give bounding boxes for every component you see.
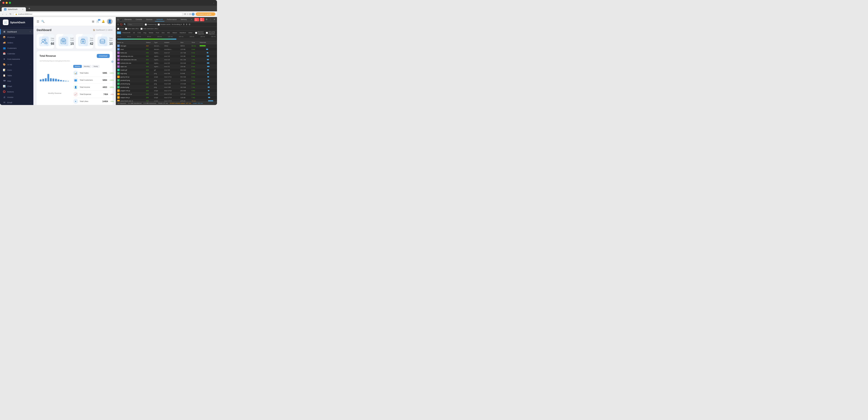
forward-button[interactable]: › bbox=[5, 12, 8, 16]
export-icon[interactable]: ⬇ bbox=[186, 23, 187, 26]
table-row[interactable]: Cfonts.css 200 styles... mvc/:17 10.7 kB… bbox=[116, 51, 217, 55]
devtools-device-icon[interactable]: 📱 bbox=[120, 19, 122, 21]
cart-icon[interactable]: 🛒 8 bbox=[96, 20, 100, 23]
col-header-initiator[interactable]: Initiator bbox=[164, 41, 180, 44]
table-row[interactable]: DdoLogin 302 docum... Other 386 B 93 ms bbox=[116, 44, 217, 48]
devtools-tab-performance[interactable]: Performance bbox=[165, 18, 178, 22]
extension-icon[interactable]: ⊡ bbox=[189, 13, 191, 15]
sidebar-item-products[interactable]: 📦 Products bbox=[0, 34, 33, 40]
sidebar-item-email[interactable]: ✉ Email › bbox=[0, 100, 33, 105]
devtools-filter-icon[interactable]: 🔍 bbox=[124, 23, 126, 26]
table-row[interactable]: Jjquery.min.js 200 script mvc/:1711 90.0… bbox=[116, 75, 217, 79]
sliders-icon[interactable]: ⊞ bbox=[92, 20, 94, 23]
filter-media[interactable]: Media bbox=[148, 31, 154, 34]
sidebar-item-table[interactable]: 📋 Table bbox=[0, 73, 33, 78]
table-row[interactable]: Cicofont.min.css 200 styles... mvc/:20 9… bbox=[116, 61, 217, 65]
filter-css[interactable]: CSS bbox=[136, 31, 142, 34]
table-row[interactable]: Cfont-awesome.min.css 200 styles... mvc/… bbox=[116, 58, 217, 61]
table-row[interactable]: Cstyle.css 200 styles... mvc/:21 150 kB … bbox=[116, 65, 217, 68]
filter-ws[interactable]: WS bbox=[166, 31, 171, 34]
reload-button[interactable]: ↻ bbox=[9, 12, 12, 16]
table-row[interactable]: Iproduct3.png 200 png mvc/:146 17.8 kB 3… bbox=[116, 82, 217, 86]
sidebar-item-chart[interactable]: 📊 Chart bbox=[0, 84, 33, 89]
col-header-time[interactable]: Time bbox=[191, 41, 199, 44]
hide-data-urls-checkbox[interactable]: Hide data URLs bbox=[125, 28, 139, 30]
devtools-settings-icon[interactable]: ⚙ bbox=[205, 18, 208, 21]
table-row[interactable]: Ilogo.png 200 png mvc/:38 5.8 kB 4 ms bbox=[116, 72, 217, 75]
devtools-tab-console[interactable]: Console bbox=[134, 18, 144, 22]
hamburger-menu-icon[interactable]: ☰ bbox=[37, 20, 39, 23]
sidebar-item-form[interactable]: 📝 Form › bbox=[0, 67, 33, 73]
col-header-type[interactable]: Type bbox=[154, 41, 164, 44]
search-icon[interactable]: 🔍 bbox=[41, 20, 44, 23]
table-row[interactable]: Jswiper.min.js 200 script mvc/:1714 128 … bbox=[116, 96, 217, 99]
table-row[interactable]: Jpopper.min.js 200 script mvc/:1712 20.9… bbox=[116, 89, 217, 92]
preserve-log-checkbox[interactable]: Preserve log bbox=[145, 24, 156, 26]
filter-wasm[interactable]: Wasm bbox=[171, 31, 178, 34]
maximize-button[interactable] bbox=[9, 2, 11, 4]
filter-font[interactable]: Font bbox=[155, 31, 160, 34]
devtools-tab-more[interactable]: » bbox=[189, 18, 193, 22]
sidebar-item-calendar[interactable]: 📅 Calendar bbox=[0, 51, 33, 56]
filter-fetch-xhr[interactable]: Fetch/XHR bbox=[121, 31, 131, 34]
sidebar-item-ui-kit[interactable]: 🎨 UI Kit › bbox=[0, 62, 33, 67]
blocked-requests-checkbox[interactable]: Blocked requests bbox=[195, 31, 205, 35]
import-icon[interactable]: ⬆ bbox=[183, 23, 185, 26]
hide-extension-urls-checkbox[interactable]: Hide extension URLs bbox=[141, 28, 158, 30]
devtools-inspect-icon[interactable]: ⊡ bbox=[117, 19, 119, 21]
table-row[interactable]: Iproduct.png 200 png mvc/:180 18.3 kB 7 … bbox=[116, 86, 217, 89]
table-row[interactable]: Gloader.gif 200 gif mvc/:28 64.0 kB 6 ms bbox=[116, 68, 217, 72]
new-tab-button[interactable]: + bbox=[27, 6, 32, 10]
minimize-button[interactable] bbox=[6, 2, 8, 4]
table-row[interactable]: Japexcharts.min.js 200 script mvc/:1715 … bbox=[116, 99, 217, 101]
sidebar-item-orders[interactable]: 🚚 Orders bbox=[0, 40, 33, 46]
table-row[interactable]: Dmvc/ 200 docum... mvc/doLo... 123 kB 3 … bbox=[116, 48, 217, 51]
devtools-tab-sources[interactable]: Sources bbox=[145, 18, 154, 22]
sidebar-item-dashboard[interactable]: ⊞ Dashboard ▾ bbox=[0, 29, 33, 34]
devtools-clear-icon[interactable]: 🚫 bbox=[120, 23, 122, 26]
sidebar-item-map[interactable]: 🗺 Map › bbox=[0, 78, 33, 84]
url-input[interactable]: 🔒 localhost:8080/mvc/ bbox=[13, 12, 183, 16]
weekly-tab[interactable]: Weekly bbox=[73, 65, 82, 68]
user-profile-icon[interactable]: T bbox=[192, 13, 194, 16]
devtools-tab-elements[interactable]: Elements bbox=[123, 18, 133, 22]
col-header-name[interactable]: Name ▲ bbox=[117, 41, 146, 44]
devtools-close-icon[interactable]: ✕ bbox=[213, 18, 216, 21]
yearly-tab[interactable]: Yearly bbox=[92, 65, 100, 68]
filter-all[interactable]: All bbox=[117, 31, 121, 34]
devtools-more-icon[interactable]: ⋮ bbox=[209, 18, 212, 21]
filter-doc[interactable]: Doc bbox=[160, 31, 166, 34]
disable-cache-checkbox[interactable]: Disable cache bbox=[158, 24, 170, 26]
notification-icon[interactable]: 🔔 bbox=[102, 20, 105, 23]
col-header-size[interactable]: Size bbox=[180, 41, 191, 44]
table-row[interactable]: Cbootstrap.min.css 200 styles... mvc/:18… bbox=[116, 55, 217, 58]
third-party-checkbox[interactable]: 3rd-party requests bbox=[206, 31, 216, 35]
bookmark-icon[interactable]: ☆ bbox=[187, 13, 188, 15]
filter-img[interactable]: Img bbox=[142, 31, 147, 34]
filter-other[interactable]: Other bbox=[187, 31, 194, 34]
col-header-waterfall[interactable]: Waterfall bbox=[199, 41, 216, 44]
devtools-record-icon[interactable]: ⊙ bbox=[117, 23, 119, 26]
download-button[interactable]: Download bbox=[97, 54, 110, 58]
col-header-status[interactable]: Status bbox=[146, 41, 154, 44]
relaunch-button[interactable]: Relaunch to update ⚠ bbox=[196, 12, 215, 16]
invert-checkbox[interactable]: Invert bbox=[117, 28, 124, 30]
settings2-icon[interactable]: ⚙ bbox=[189, 23, 190, 26]
filter-manifest[interactable]: Manifest bbox=[178, 31, 187, 34]
browser-tab[interactable]: S SplashDash ✕ bbox=[2, 7, 26, 11]
devtools-tab-network[interactable]: Network bbox=[155, 18, 164, 22]
monthly-tab[interactable]: Monthly bbox=[83, 65, 91, 68]
devtools-filter-input[interactable] bbox=[127, 23, 144, 26]
sidebar-item-invoice[interactable]: 🖨 Invoice bbox=[0, 94, 33, 100]
download-icon[interactable]: ⬇ bbox=[184, 13, 186, 15]
filter-js[interactable]: JS bbox=[132, 31, 136, 34]
throttling-select[interactable]: No throttling ▾ bbox=[172, 24, 182, 25]
back-button[interactable]: ‹ bbox=[2, 12, 4, 16]
sidebar-item-buttons[interactable]: ⭕ Buttons bbox=[0, 89, 33, 94]
devtools-tab-memory[interactable]: Memory bbox=[179, 18, 189, 22]
tab-close-icon[interactable]: ✕ bbox=[22, 8, 24, 10]
table-row[interactable]: Jbootstrap.min.js 200 script mvc/:1713 1… bbox=[116, 92, 217, 96]
table-row[interactable]: Iproduct2.png 200 png mvc/:112 11.9 kB 5… bbox=[116, 79, 217, 82]
sidebar-item-font-awesome[interactable]: ★ Font Awesome bbox=[0, 56, 33, 62]
sidebar-item-customers[interactable]: 👥 Customers bbox=[0, 46, 33, 51]
